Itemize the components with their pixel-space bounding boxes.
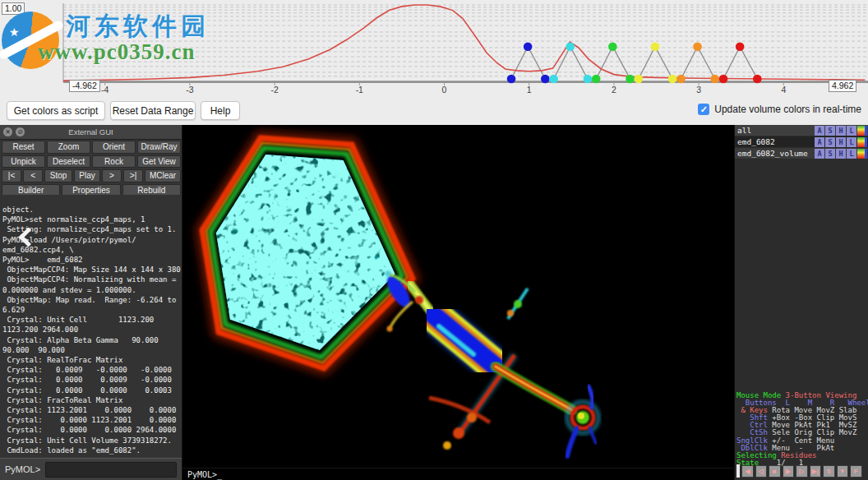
ramp-point-red[interactable] <box>736 42 745 51</box>
object-row-emd_6082_volume: emd_6082_volumeASHLC <box>735 148 868 159</box>
external-gui-window: External GUI ✕ ⊘ ResetZoomOrientDraw/Ray… <box>0 125 182 480</box>
viewport-3d[interactable]: PyMOL>_ <box>182 125 734 480</box>
object-action-c-button[interactable]: C <box>857 137 867 147</box>
ramp-point-yellow[interactable] <box>635 75 644 84</box>
command-input[interactable] <box>45 462 177 478</box>
close-icon[interactable]: ✕ <box>3 127 12 136</box>
ramp-point-yellow[interactable] <box>668 75 677 84</box>
command-prompt-row: PyMOL> <box>0 458 182 480</box>
object-action-a-button[interactable]: A <box>815 137 824 147</box>
vcr-button[interactable]: ▷ <box>796 465 808 478</box>
object-action-l-button[interactable]: L <box>847 126 856 136</box>
ramp-point-orange[interactable] <box>676 75 686 84</box>
object-action-l-button[interactable]: L <box>847 137 856 147</box>
ramp-point-cyan[interactable] <box>566 42 575 51</box>
ext-gui-button-zoom[interactable]: Zoom <box>47 141 90 154</box>
object-action-a-button[interactable]: A <box>815 126 824 136</box>
object-name[interactable]: emd_6082 <box>735 137 815 146</box>
vcr-button[interactable]: F <box>850 465 862 478</box>
ramp-tent-blue <box>511 47 545 79</box>
object-action-s-button[interactable]: S <box>825 126 835 136</box>
ramp-tent-red <box>723 47 757 79</box>
ramp-point-red[interactable] <box>719 75 728 84</box>
object-action-c-button[interactable]: C <box>857 126 867 136</box>
x-tick-label: -1 <box>356 85 363 95</box>
viewport-prompt[interactable]: PyMOL>_ <box>187 470 222 479</box>
ramp-point-green[interactable] <box>608 42 617 51</box>
realtime-update-label: Update volume colors in real-time <box>714 104 861 115</box>
x-min-label: -4.962 <box>69 80 100 92</box>
vcr-button[interactable]: ▶| <box>810 465 822 478</box>
reset-data-range-button[interactable]: Reset Data Range <box>110 101 196 120</box>
ext-gui-button--[interactable]: >| <box>123 169 143 182</box>
x-tick-label: 0 <box>442 85 447 95</box>
object-action-l-button[interactable]: L <box>847 149 856 159</box>
ramp-point-blue[interactable] <box>541 75 550 84</box>
x-tick-label: 3 <box>696 85 701 95</box>
x-tick-label: 4 <box>781 85 786 95</box>
ramp-point-cyan[interactable] <box>549 75 558 84</box>
get-colors-as-script-button[interactable]: Get colors as script <box>7 101 105 120</box>
ext-gui-button-get-view[interactable]: Get View <box>137 155 181 168</box>
vcr-button[interactable]: S <box>823 465 835 478</box>
vcr-handle[interactable] <box>736 464 740 478</box>
x-tick-label: -2 <box>270 85 278 95</box>
button-row: UnpickDeselectRockGet View <box>0 155 182 169</box>
y-tick-label: 0.5 <box>15 16 27 25</box>
ramp-point-orange[interactable] <box>693 42 702 51</box>
ramp-point-green[interactable] <box>592 75 601 84</box>
object-action-h-button[interactable]: H <box>836 149 846 159</box>
ext-gui-button--[interactable]: |< <box>2 169 21 182</box>
object-action-s-button[interactable]: S <box>825 149 835 159</box>
vcr-controls: ◀◁■▶▷▶|S▼F <box>735 464 868 478</box>
x-tick-label: 1 <box>527 85 532 95</box>
object-action-h-button[interactable]: H <box>836 126 846 136</box>
object-list: allASHLCemd_6082ASHLCemd_6082_volumeASHL… <box>735 125 868 159</box>
right-control-panel: allASHLCemd_6082ASHLCemd_6082_volumeASHL… <box>734 125 868 480</box>
ext-gui-button-draw-ray[interactable]: Draw/Ray <box>137 141 181 154</box>
ext-gui-button-deselect[interactable]: Deselect <box>47 155 90 168</box>
ext-gui-button-unpick[interactable]: Unpick <box>2 155 45 168</box>
window-titlebar[interactable]: External GUI <box>0 125 182 140</box>
ramp-point-red[interactable] <box>753 75 762 84</box>
viewport-prompt-row <box>182 468 734 480</box>
ext-gui-button--[interactable]: < <box>23 169 43 182</box>
ext-gui-button-reset[interactable]: Reset <box>2 141 45 154</box>
ramp-point-blue[interactable] <box>507 75 516 84</box>
object-action-h-button[interactable]: H <box>836 137 846 147</box>
x-tick-label: -3 <box>186 85 193 95</box>
vcr-button[interactable]: ▶ <box>783 465 795 478</box>
object-action-s-button[interactable]: S <box>825 137 835 147</box>
ramp-tent-yellow <box>639 47 672 79</box>
ramp-point-orange[interactable] <box>710 75 719 84</box>
ext-gui-button-mclear[interactable]: MClear <box>145 169 181 182</box>
window-menu-icon[interactable]: ⊘ <box>16 127 25 136</box>
ext-gui-button-stop[interactable]: Stop <box>44 169 72 182</box>
realtime-update-option: ✓ Update volume colors in real-time <box>698 104 861 115</box>
object-action-a-button[interactable]: A <box>815 149 824 159</box>
volume-histogram-canvas[interactable]: -4-3-2-101234 <box>0 0 868 99</box>
ext-gui-button--[interactable]: > <box>102 169 122 182</box>
vcr-button[interactable]: ■ <box>769 465 781 478</box>
ramp-point-cyan[interactable] <box>584 75 593 84</box>
object-row-emd_6082: emd_6082ASHLC <box>735 136 868 147</box>
help-button[interactable]: Help <box>201 101 240 120</box>
ext-gui-button-play[interactable]: Play <box>74 169 100 182</box>
vcr-button[interactable]: ◀ <box>741 465 754 478</box>
vcr-button[interactable]: ◁ <box>755 465 768 478</box>
realtime-update-checkbox[interactable]: ✓ <box>698 104 709 115</box>
external-gui-button-grid: ResetZoomOrientDraw/RayUnpickDeselectRoc… <box>0 140 182 197</box>
ramp-point-green[interactable] <box>626 75 635 84</box>
object-action-c-button[interactable]: C <box>857 149 867 159</box>
ramp-point-blue[interactable] <box>524 42 533 51</box>
phage-tail <box>386 271 599 457</box>
object-name[interactable]: emd_6082_volume <box>735 149 815 158</box>
ext-gui-button-rock[interactable]: Rock <box>92 155 136 168</box>
vcr-button[interactable]: ▼ <box>837 465 849 478</box>
ext-gui-button-orient[interactable]: Orient <box>92 141 136 154</box>
button-row: |<<StopPlay>>|MClear <box>0 168 182 183</box>
object-row-all: allASHLC <box>735 125 868 136</box>
button-row: ResetZoomOrientDraw/Ray <box>0 140 182 155</box>
ramp-point-yellow[interactable] <box>651 42 660 51</box>
object-name[interactable]: all <box>735 126 815 135</box>
